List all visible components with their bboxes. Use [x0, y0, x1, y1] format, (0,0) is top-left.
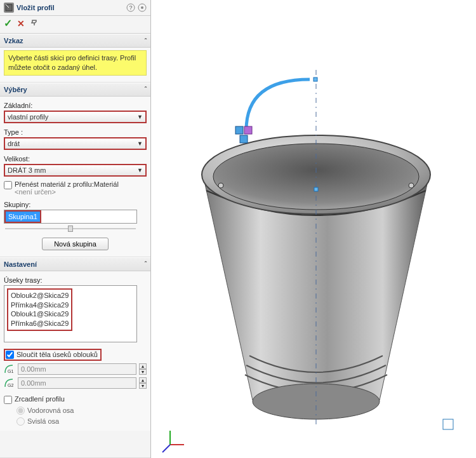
dropdown-arrow-icon: ▼ [137, 114, 143, 120]
svg-point-4 [141, 6, 143, 9]
nova-skupina-button[interactable]: Nová skupina [42, 238, 109, 250]
group-slider[interactable] [4, 225, 137, 232]
svg-rect-14 [235, 126, 243, 134]
feature-icon [4, 3, 14, 13]
section-label: Nastavení [4, 260, 37, 268]
prenest-checkbox[interactable] [4, 181, 12, 189]
skupiny-label: Skupiny: [4, 201, 147, 208]
confirm-bar: ✓ ✕ [0, 16, 150, 34]
svg-rect-17 [314, 187, 318, 191]
cancel-button[interactable]: ✕ [17, 18, 25, 29]
vodorovna-row: Vodorovná osa [17, 407, 147, 415]
pin-button[interactable] [30, 18, 39, 29]
sloucit-checkbox-wrap[interactable]: Sloučit těla úseků oblouků [4, 349, 102, 361]
ok-button[interactable]: ✓ [4, 17, 12, 29]
section-vzkaz: Vzkaz ˆ Vyberte části skici pro definici… [0, 34, 150, 83]
vodorovna-label: Vodorovná osa [27, 407, 74, 414]
svisla-label: Svislá osa [27, 417, 59, 425]
useky-highlight: Oblouk2@Skica29 Přímka4@Skica29 Oblouk1@… [7, 288, 72, 331]
g1-spinner[interactable]: ▲▼ [139, 363, 147, 375]
sloucit-checkbox[interactable] [6, 351, 14, 359]
dropdown-arrow-icon: ▼ [137, 140, 143, 147]
section-label: Vzkaz [4, 37, 23, 44]
useky-listbox[interactable]: Oblouk2@Skica29 Přímka4@Skica29 Oblouk1@… [4, 285, 137, 342]
zrcadleni-label: Zrcadlení profilu [15, 395, 65, 403]
g2-input[interactable]: 0.00mm [18, 377, 136, 389]
svg-point-11 [409, 183, 414, 188]
g1-row: G1 0.00mm ▲▼ [4, 363, 147, 375]
panel-title: Vložit profil [17, 4, 126, 11]
svg-text:G2: G2 [8, 383, 13, 387]
svg-point-10 [218, 183, 223, 188]
select-value: vlastní profily [8, 113, 48, 121]
vodorovna-radio[interactable] [17, 407, 25, 415]
dropdown-arrow-icon: ▼ [137, 167, 143, 173]
titlebar: Vložit profil ? [0, 0, 150, 16]
section-label: Výběry [4, 86, 27, 93]
type-select[interactable]: drát ▼ [4, 137, 147, 150]
svg-line-20 [162, 445, 170, 452]
section-header-vybery[interactable]: Výběry ˆ [0, 83, 150, 97]
list-item[interactable]: Přímka6@Skica29 [11, 319, 69, 328]
options-icon[interactable] [138, 3, 147, 12]
section-header-nastaveni[interactable]: Nastavení ˆ [0, 257, 150, 271]
skupina-item[interactable]: Skupina1 [6, 212, 40, 222]
svg-text:G1: G1 [8, 369, 13, 374]
velikost-label: Velikost: [4, 155, 147, 163]
prenest-sub: <není určen> [15, 188, 119, 196]
section-vybery: Výběry ˆ Základní: vlastní profily ▼ Typ… [0, 83, 150, 257]
svisla-radio[interactable] [17, 417, 25, 426]
list-item[interactable]: Oblouk2@Skica29 [11, 291, 69, 300]
sloucit-label: Sloučit těla úseků oblouků [17, 351, 98, 358]
svg-rect-16 [240, 135, 248, 143]
prenest-row: Přenést materiál z profilu:Materiál <nen… [4, 180, 147, 196]
chevron-up-icon: ˆ [145, 86, 147, 93]
chevron-up-icon: ˆ [145, 37, 147, 44]
viewport-3d[interactable] [151, 0, 476, 458]
g1-input[interactable]: 0.00mm [18, 363, 136, 375]
zrcadleni-row: Zrcadlení profilu [4, 395, 147, 404]
useky-label: Úseky trasy: [4, 276, 147, 284]
prenest-label: Přenést materiál z profilu:Materiál [15, 180, 119, 188]
g2-spinner[interactable]: ▲▼ [139, 377, 147, 389]
property-panel: Vložit profil ? ✓ ✕ Vzkaz ˆ Vyberte část… [0, 0, 151, 458]
chevron-up-icon: ˆ [145, 260, 147, 267]
type-label: Type : [4, 128, 147, 136]
g1-icon: G1 [4, 364, 15, 374]
svg-rect-13 [314, 77, 317, 81]
list-item[interactable]: Oblouk1@Skica29 [11, 309, 69, 319]
select-value: DRÁT 3 mm [8, 166, 46, 174]
section-nastaveni: Nastavení ˆ Úseky trasy: Oblouk2@Skica29… [0, 257, 150, 458]
skupiny-listbox[interactable]: Skupina1 [4, 210, 137, 224]
svg-text:?: ? [129, 4, 132, 11]
svg-rect-21 [443, 419, 453, 429]
list-item[interactable]: Přímka4@Skica29 [11, 300, 69, 310]
help-icon[interactable]: ? [126, 3, 135, 12]
svisla-row: Svislá osa [17, 417, 147, 426]
section-header-vzkaz[interactable]: Vzkaz ˆ [0, 34, 150, 48]
message-box: Vyberte části skici pro definici trasy. … [4, 50, 147, 76]
velikost-select[interactable]: DRÁT 3 mm ▼ [4, 164, 147, 177]
zakladni-select[interactable]: vlastní profily ▼ [4, 111, 147, 123]
g2-row: G2 0.00mm ▲▼ [4, 377, 147, 389]
zakladni-label: Základní: [4, 102, 147, 109]
g2-icon: G2 [4, 378, 15, 388]
zrcadleni-checkbox[interactable] [4, 396, 12, 404]
svg-rect-15 [244, 126, 252, 134]
select-value: drát [8, 140, 20, 147]
